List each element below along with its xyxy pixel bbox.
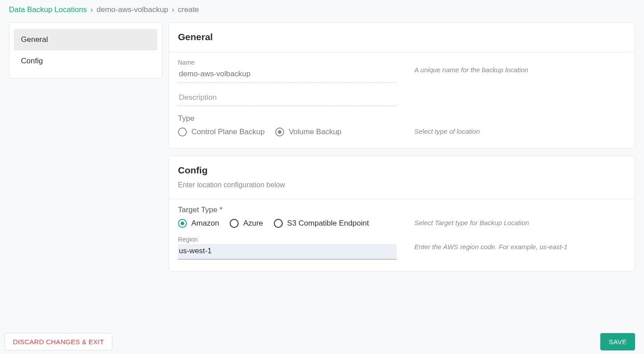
target-type-help: Select Target type for Backup Location: [414, 206, 626, 226]
description-input[interactable]: [178, 91, 396, 105]
target-option-label: Azure: [243, 219, 263, 228]
radio-icon: [178, 219, 187, 228]
target-option-amazon[interactable]: Amazon: [178, 219, 219, 228]
region-input[interactable]: [178, 244, 396, 258]
type-option-volume-backup[interactable]: Volume Backup: [275, 128, 341, 136]
breadcrumb-root[interactable]: Data Backup Locations: [9, 5, 87, 14]
footer-bar: DISCARD CHANGES & EXIT SAVE: [0, 329, 644, 354]
discard-button[interactable]: DISCARD CHANGES & EXIT: [4, 333, 112, 350]
target-option-s3-compatible[interactable]: S3 Compatible Endpoint: [274, 219, 369, 228]
name-input[interactable]: [178, 67, 396, 81]
general-card: General Name A unique name for the backu…: [169, 22, 635, 148]
sidebar-item-config[interactable]: Config: [14, 50, 157, 72]
region-help: Enter the AWS region code. For example, …: [414, 236, 626, 251]
breadcrumb-separator: ›: [172, 5, 174, 14]
type-option-label: Control Plane Backup: [191, 128, 264, 136]
target-option-azure[interactable]: Azure: [230, 219, 263, 228]
target-option-label: Amazon: [191, 219, 219, 228]
general-title: General: [178, 32, 626, 42]
radio-icon: [178, 128, 187, 136]
breadcrumb-separator: ›: [91, 5, 93, 14]
type-help: Select type of location: [414, 114, 626, 135]
config-title: Config: [178, 165, 626, 176]
type-option-label: Volume Backup: [289, 128, 341, 136]
side-nav: General Config: [9, 22, 162, 78]
save-button[interactable]: SAVE: [600, 333, 635, 350]
radio-icon: [274, 219, 283, 228]
radio-icon: [230, 219, 239, 228]
type-label: Type: [178, 114, 396, 123]
type-option-control-plane[interactable]: Control Plane Backup: [178, 128, 264, 136]
radio-icon: [275, 128, 284, 136]
breadcrumb-mid[interactable]: demo-aws-volbackup: [97, 5, 169, 14]
config-subtitle: Enter location configuration below: [178, 181, 626, 189]
name-label: Name: [178, 59, 396, 66]
sidebar-item-general[interactable]: General: [14, 29, 157, 50]
name-help: A unique name for the backup location: [414, 59, 626, 74]
config-card: Config Enter location configuration belo…: [169, 156, 635, 272]
region-label: Region: [178, 236, 396, 243]
breadcrumb-leaf: create: [178, 5, 199, 14]
target-option-label: S3 Compatible Endpoint: [287, 219, 369, 228]
target-type-label: Target Type *: [178, 206, 396, 214]
breadcrumb: Data Backup Locations › demo-aws-volback…: [9, 5, 635, 14]
